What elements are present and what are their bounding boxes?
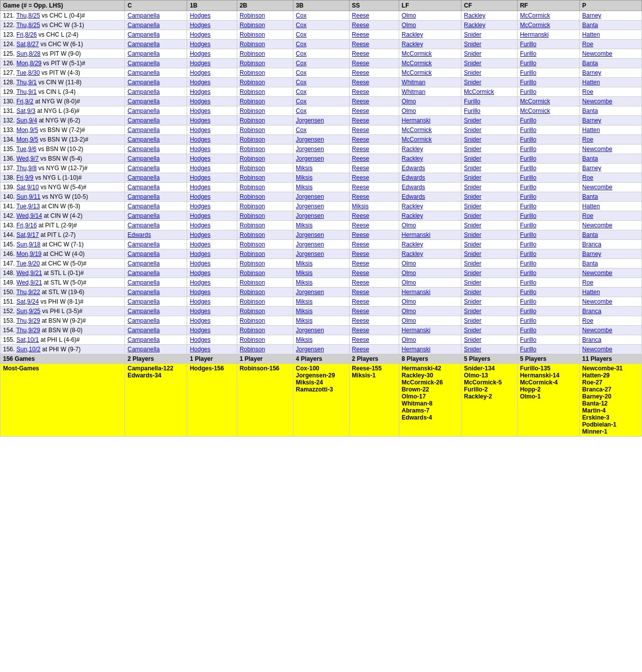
- player-link-2b[interactable]: Robinson: [240, 336, 265, 343]
- player-link-rf[interactable]: Furillo: [520, 222, 537, 229]
- player-link-ss[interactable]: Reese: [352, 41, 370, 48]
- player-link-cf[interactable]: Furillo: [464, 98, 480, 105]
- player-link-ss[interactable]: Reese: [352, 165, 370, 172]
- player-link-3b[interactable]: Jorgensen: [296, 241, 324, 248]
- player-link-3b[interactable]: Miksis: [296, 184, 312, 191]
- player-link-p[interactable]: Branca: [582, 308, 601, 315]
- player-link-lf[interactable]: Rackley: [402, 41, 423, 48]
- player-link-rf[interactable]: McCormick: [520, 98, 550, 105]
- player-link-p[interactable]: Banta: [582, 193, 598, 200]
- player-link-rf[interactable]: Furillo: [520, 308, 537, 315]
- player-link-lf[interactable]: McCormick: [402, 50, 432, 57]
- player-link-2b[interactable]: Robinson: [240, 222, 265, 229]
- player-link-rf[interactable]: Furillo: [520, 289, 537, 296]
- player-link-cf[interactable]: Furillo: [464, 107, 480, 114]
- player-link-p[interactable]: Newcombe: [582, 346, 612, 353]
- player-link-1b[interactable]: Hodges: [190, 231, 210, 238]
- player-link-p[interactable]: Banta: [582, 107, 598, 114]
- player-link-rf[interactable]: Furillo: [520, 50, 537, 57]
- player-link-ss[interactable]: Miksis: [352, 203, 369, 210]
- player-link-cf[interactable]: Snider: [464, 126, 482, 133]
- player-link-ss[interactable]: Reese: [352, 146, 370, 153]
- player-link-lf[interactable]: McCormick: [402, 69, 432, 76]
- player-link-1b[interactable]: Hodges: [190, 155, 210, 162]
- game-link[interactable]: Thu,9/29: [16, 327, 40, 334]
- player-link-cf[interactable]: Snider: [464, 260, 482, 267]
- player-link-ss[interactable]: Reese: [352, 270, 370, 277]
- player-link-c[interactable]: Campanella: [127, 50, 159, 57]
- player-link-c[interactable]: Campanella: [127, 136, 159, 143]
- player-link-1b[interactable]: Hodges: [190, 60, 210, 67]
- player-link-rf[interactable]: Furillo: [520, 184, 537, 191]
- player-link-lf[interactable]: Edwards: [402, 193, 425, 200]
- player-link-cf[interactable]: Snider: [464, 298, 482, 305]
- player-link-cf[interactable]: Snider: [464, 336, 482, 343]
- player-link-ss[interactable]: Reese: [352, 98, 370, 105]
- player-link-3b[interactable]: Miksis: [296, 260, 312, 267]
- player-link-cf[interactable]: Snider: [464, 146, 482, 153]
- player-link-ss[interactable]: Reese: [352, 136, 370, 143]
- player-link-1b[interactable]: Hodges: [190, 174, 210, 181]
- player-link-rf[interactable]: Furillo: [520, 298, 537, 305]
- player-link-cf[interactable]: Snider: [464, 136, 482, 143]
- player-link-lf[interactable]: Olmo: [402, 317, 416, 324]
- player-link-rf[interactable]: Furillo: [520, 336, 537, 343]
- player-link-rf[interactable]: Furillo: [520, 203, 537, 210]
- player-link-c[interactable]: Campanella: [127, 107, 159, 114]
- player-link-c[interactable]: Campanella: [127, 155, 159, 162]
- player-link-2b[interactable]: Robinson: [240, 136, 265, 143]
- player-link-1b[interactable]: Hodges: [190, 98, 210, 105]
- player-link-1b[interactable]: Hodges: [190, 146, 210, 153]
- player-link-p[interactable]: Banta: [582, 155, 598, 162]
- player-link-p[interactable]: Newcombe: [582, 298, 612, 305]
- player-link-2b[interactable]: Robinson: [240, 174, 265, 181]
- player-link-ss[interactable]: Reese: [352, 155, 370, 162]
- player-link-rf[interactable]: Furillo: [520, 346, 537, 353]
- player-link-c[interactable]: Campanella: [127, 336, 159, 343]
- game-link[interactable]: Mon,9/5: [17, 126, 38, 133]
- player-link-p[interactable]: Roe: [582, 174, 593, 181]
- player-link-1b[interactable]: Hodges: [190, 289, 210, 296]
- game-link[interactable]: Thu,9/1: [16, 88, 37, 95]
- player-link-c[interactable]: Campanella: [127, 308, 159, 315]
- player-link-c[interactable]: Campanella: [127, 250, 159, 257]
- player-link-cf[interactable]: Snider: [464, 289, 482, 296]
- player-link-ss[interactable]: Reese: [352, 289, 370, 296]
- player-link-lf[interactable]: McCormick: [402, 126, 432, 133]
- player-link-cf[interactable]: Snider: [464, 241, 482, 248]
- player-link-cf[interactable]: Snider: [464, 184, 482, 191]
- player-link-1b[interactable]: Hodges: [190, 250, 210, 257]
- player-link-3b[interactable]: Miksis: [296, 165, 312, 172]
- player-link-3b[interactable]: Miksis: [296, 298, 312, 305]
- player-link-rf[interactable]: Furillo: [520, 317, 537, 324]
- game-link[interactable]: Sun,8/28: [17, 50, 41, 57]
- player-link-3b[interactable]: Jorgensen: [296, 117, 324, 124]
- player-link-lf[interactable]: Olmo: [402, 270, 416, 277]
- player-link-1b[interactable]: Hodges: [190, 117, 210, 124]
- player-link-p[interactable]: Newcombe: [582, 327, 612, 334]
- player-link-ss[interactable]: Reese: [352, 298, 370, 305]
- player-link-lf[interactable]: Rackley: [402, 250, 423, 257]
- player-link-rf[interactable]: Furillo: [520, 155, 537, 162]
- player-link-3b[interactable]: Jorgensen: [296, 136, 324, 143]
- player-link-3b[interactable]: Jorgensen: [296, 250, 324, 257]
- player-link-1b[interactable]: Hodges: [190, 327, 210, 334]
- player-link-3b[interactable]: Cox: [296, 31, 306, 38]
- player-link-ss[interactable]: Reese: [352, 50, 370, 57]
- game-link[interactable]: Thu,9/1: [16, 79, 37, 86]
- game-link[interactable]: Sat,10/1: [17, 336, 39, 343]
- player-link-p[interactable]: Hatten: [582, 31, 600, 38]
- player-link-ss[interactable]: Reese: [352, 317, 370, 324]
- player-link-2b[interactable]: Robinson: [240, 279, 265, 286]
- player-link-3b[interactable]: Miksis: [296, 222, 312, 229]
- player-link-ss[interactable]: Reese: [352, 327, 370, 334]
- player-link-lf[interactable]: McCormick: [402, 136, 432, 143]
- player-link-3b[interactable]: Jorgensen: [296, 203, 324, 210]
- player-link-rf[interactable]: Furillo: [520, 174, 537, 181]
- player-link-rf[interactable]: Furillo: [520, 117, 537, 124]
- player-link-3b[interactable]: Cox: [296, 69, 306, 76]
- player-link-cf[interactable]: Snider: [464, 193, 482, 200]
- player-link-p[interactable]: Hatten: [582, 79, 600, 86]
- player-link-ss[interactable]: Reese: [352, 231, 370, 238]
- player-link-2b[interactable]: Robinson: [240, 31, 265, 38]
